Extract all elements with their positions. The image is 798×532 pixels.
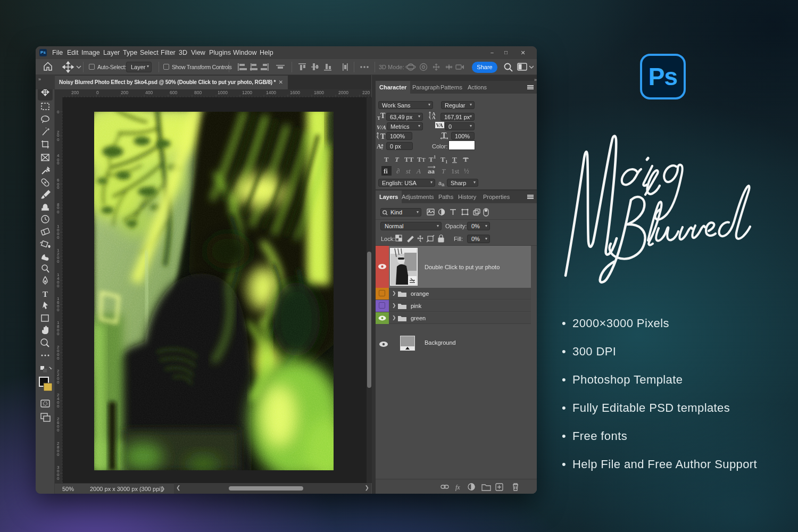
svg-text:0: 0 — [57, 452, 60, 457]
svg-text:TT: TT — [404, 155, 414, 163]
svg-text:1800: 1800 — [314, 90, 324, 95]
svg-text:VA: VA — [436, 122, 444, 128]
svg-text:0: 0 — [57, 259, 60, 264]
svg-text:T: T — [422, 157, 426, 163]
svg-text:T: T — [442, 167, 446, 175]
svg-text:T: T — [395, 155, 400, 163]
svg-text:∂: ∂ — [396, 167, 400, 175]
svg-text:T: T — [380, 112, 386, 120]
svg-text:T: T — [440, 155, 445, 163]
svg-text:0: 0 — [57, 331, 60, 336]
svg-text:220: 220 — [362, 90, 370, 95]
svg-text:T: T — [452, 155, 457, 163]
svg-text:1: 1 — [434, 154, 436, 160]
svg-text:0: 0 — [57, 110, 60, 114]
svg-text:½: ½ — [464, 167, 469, 175]
svg-text:1st: 1st — [451, 167, 460, 175]
svg-text:600: 600 — [170, 90, 177, 95]
svg-text:0: 0 — [57, 356, 60, 361]
svg-text:V/A: V/A — [377, 124, 386, 130]
svg-text:0: 0 — [57, 476, 60, 481]
svg-text:1: 1 — [445, 159, 448, 164]
svg-text:0: 0 — [57, 428, 60, 433]
svg-text:0: 0 — [57, 235, 60, 240]
svg-text:1600: 1600 — [290, 90, 300, 95]
svg-text:1400: 1400 — [266, 90, 276, 95]
svg-text:0: 0 — [57, 137, 60, 142]
svg-text:T: T — [43, 290, 48, 298]
svg-text:T: T — [417, 155, 422, 163]
svg-text:fi: fi — [384, 167, 388, 175]
svg-text:A: A — [432, 111, 436, 117]
svg-text:0: 0 — [57, 210, 60, 214]
svg-text:A: A — [416, 167, 421, 175]
svg-text:T: T — [380, 132, 386, 140]
svg-text:200: 200 — [71, 90, 79, 95]
svg-text:0: 0 — [57, 185, 60, 190]
svg-text:T: T — [429, 155, 434, 163]
svg-text:1200: 1200 — [242, 90, 252, 95]
svg-text:0: 0 — [57, 380, 60, 385]
svg-text:T: T — [384, 155, 389, 163]
svg-text:400: 400 — [145, 90, 153, 95]
svg-text:2000: 2000 — [338, 90, 348, 95]
svg-text:a: a — [381, 142, 384, 147]
svg-text:0: 0 — [57, 404, 60, 409]
svg-text:800: 800 — [194, 90, 202, 95]
svg-text:0: 0 — [57, 161, 60, 165]
svg-text:0: 0 — [57, 307, 60, 312]
svg-text:1000: 1000 — [218, 90, 228, 95]
svg-text:T: T — [463, 155, 468, 163]
svg-text:0: 0 — [96, 90, 99, 95]
svg-text:fx: fx — [455, 484, 460, 491]
svg-text:st: st — [406, 167, 411, 175]
svg-text:0: 0 — [57, 284, 60, 288]
svg-text:200: 200 — [121, 90, 128, 95]
svg-text:3D Mode:: 3D Mode: — [379, 64, 404, 70]
